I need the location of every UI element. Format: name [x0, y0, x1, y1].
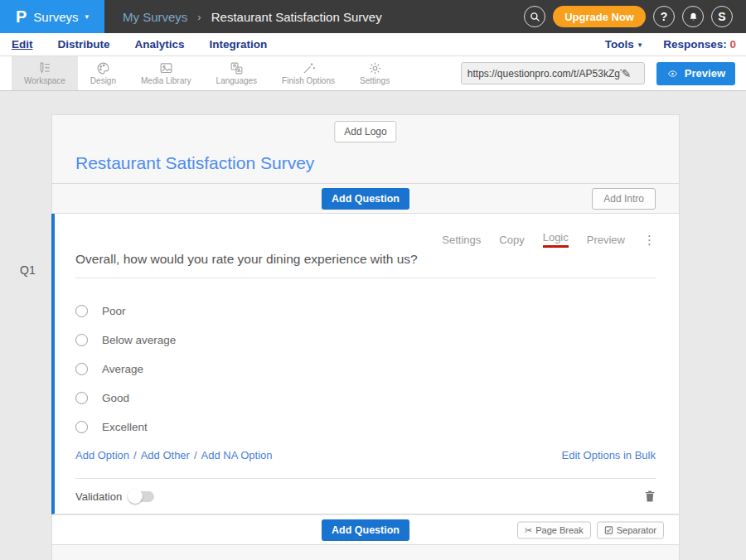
toolbar-label: Languages	[216, 76, 258, 85]
question-number-label: Q1	[20, 263, 36, 277]
answer-option-row[interactable]: Poor	[75, 297, 656, 326]
nav-right: Tools ▾ Responses: 0	[605, 38, 736, 51]
product-name: Surveys	[33, 10, 78, 24]
toolbar-design[interactable]: Design	[78, 56, 128, 90]
option-label[interactable]: Good	[102, 392, 129, 404]
separator-label: Separator	[617, 525, 656, 535]
image-icon	[158, 61, 174, 75]
tools-label: Tools	[605, 38, 634, 51]
upgrade-now-button[interactable]: Upgrade Now	[553, 6, 646, 27]
option-label[interactable]: Average	[102, 363, 143, 375]
breadcrumb-separator-icon: ›	[197, 11, 201, 23]
option-label[interactable]: Excellent	[102, 421, 148, 433]
link-separator: /	[194, 449, 197, 461]
question-settings-link[interactable]: Settings	[442, 234, 481, 246]
breadcrumb-current-survey: Restaurant Satisfaction Survey	[211, 10, 382, 24]
question-logic-link[interactable]: Logic	[543, 231, 569, 248]
breadcrumb: My Surveys › Restaurant Satisfaction Sur…	[123, 10, 382, 24]
delete-question-button[interactable]	[644, 490, 656, 503]
question-preview-link[interactable]: Preview	[587, 234, 625, 246]
module-nav: Edit Distribute Analytics Integration To…	[0, 33, 746, 56]
add-question-row-bottom: Add Question ✂ Page Break Separator	[51, 514, 680, 545]
survey-url-field[interactable]: ✎	[461, 62, 645, 84]
tab-analytics[interactable]: Analytics	[135, 38, 185, 51]
survey-url-input[interactable]	[467, 68, 622, 80]
tools-menu[interactable]: Tools ▾	[605, 38, 642, 51]
separator-icon	[604, 525, 613, 534]
survey-title[interactable]: Restaurant Satisfaction Survey	[75, 153, 314, 173]
preview-label: Preview	[685, 67, 725, 80]
tab-edit[interactable]: Edit	[12, 38, 33, 51]
radio-button-icon[interactable]	[75, 392, 88, 404]
option-label[interactable]: Below average	[102, 334, 176, 346]
questionpro-logo: P	[16, 7, 27, 27]
question-card: Settings Copy Logic Preview ⋮ Overall, h…	[51, 214, 680, 514]
eye-icon	[666, 69, 679, 79]
answer-option-row[interactable]: Below average	[75, 326, 656, 355]
add-question-button-bottom[interactable]: Add Question	[322, 519, 409, 541]
product-switcher[interactable]: P Surveys ▾	[0, 0, 104, 33]
workspace-icon	[36, 61, 52, 75]
toolbar-label: Media Library	[141, 76, 191, 85]
toolbar-workspace[interactable]: Workspace	[12, 56, 78, 90]
page-break-label: Page Break	[535, 525, 583, 535]
account-avatar[interactable]: S	[711, 6, 733, 27]
more-options-icon[interactable]: ⋮	[643, 234, 656, 246]
translate-icon	[229, 61, 245, 75]
question-copy-link[interactable]: Copy	[499, 234, 524, 246]
radio-button-icon[interactable]	[75, 363, 88, 375]
help-button[interactable]: ?	[653, 6, 675, 27]
survey-container: Add Logo Restaurant Satisfaction Survey …	[51, 114, 680, 560]
chevron-down-icon: ▾	[85, 12, 90, 21]
page-tools: ✂ Page Break Separator	[517, 521, 664, 538]
add-other-link[interactable]: Add Other	[141, 449, 190, 461]
search-icon	[530, 12, 540, 22]
toolbar-languages[interactable]: Languages	[204, 56, 270, 90]
question-actions: Settings Copy Logic Preview ⋮	[75, 214, 656, 247]
radio-button-icon[interactable]	[75, 305, 88, 317]
notifications-button[interactable]	[682, 6, 704, 27]
validation-toggle[interactable]	[129, 491, 154, 502]
answer-option-row[interactable]: Good	[75, 384, 656, 413]
edit-options-in-bulk-link[interactable]: Edit Options in Bulk	[562, 449, 656, 461]
top-header: P Surveys ▾ My Surveys › Restaurant Sati…	[0, 0, 746, 33]
toolbar-media-library[interactable]: Media Library	[128, 56, 204, 90]
tab-distribute[interactable]: Distribute	[58, 38, 110, 51]
add-na-option-link[interactable]: Add NA Option	[201, 449, 273, 461]
question-text-field[interactable]: Overall, how would you rate your dining …	[75, 252, 656, 278]
palette-icon	[95, 61, 111, 75]
tab-integration[interactable]: Integration	[210, 38, 268, 51]
toggle-knob	[128, 489, 143, 504]
chevron-down-icon: ▾	[638, 41, 642, 49]
question-footer: Validation	[75, 478, 656, 514]
toolbar-label: Finish Options	[282, 76, 335, 85]
answer-option-row[interactable]: Average	[75, 355, 656, 384]
search-button[interactable]	[524, 6, 545, 27]
breadcrumb-my-surveys[interactable]: My Surveys	[123, 10, 187, 24]
gear-icon	[367, 61, 383, 75]
radio-button-icon[interactable]	[75, 421, 88, 433]
add-question-button-top[interactable]: Add Question	[322, 188, 409, 210]
toolbar-label: Design	[90, 76, 116, 85]
responses-counter[interactable]: Responses: 0	[663, 38, 736, 51]
page-break-button[interactable]: ✂ Page Break	[517, 521, 591, 538]
link-separator: /	[133, 449, 137, 461]
editor-toolbar: Workspace Design Media Library Languages…	[0, 56, 746, 91]
toolbar-label: Settings	[360, 76, 390, 85]
option-label[interactable]: Poor	[102, 305, 126, 317]
add-intro-button[interactable]: Add Intro	[592, 188, 656, 210]
responses-label: Responses:	[663, 38, 727, 51]
toolbar-settings[interactable]: Settings	[347, 56, 402, 90]
trash-icon	[644, 490, 656, 503]
editor-canvas: Q1 Add Logo Restaurant Satisfaction Surv…	[0, 91, 746, 560]
answer-option-row[interactable]: Excellent	[75, 413, 656, 442]
preview-button[interactable]: Preview	[656, 62, 735, 85]
toolbar-right: ✎ Preview	[461, 56, 735, 90]
toolbar-finish-options[interactable]: Finish Options	[269, 56, 347, 90]
survey-header-section: Add Logo Restaurant Satisfaction Survey	[51, 114, 680, 184]
separator-button[interactable]: Separator	[597, 521, 664, 538]
add-logo-button[interactable]: Add Logo	[334, 121, 396, 142]
edit-url-pencil-icon[interactable]: ✎	[622, 67, 632, 80]
add-option-link[interactable]: Add Option	[75, 449, 129, 461]
radio-button-icon[interactable]	[75, 334, 88, 346]
